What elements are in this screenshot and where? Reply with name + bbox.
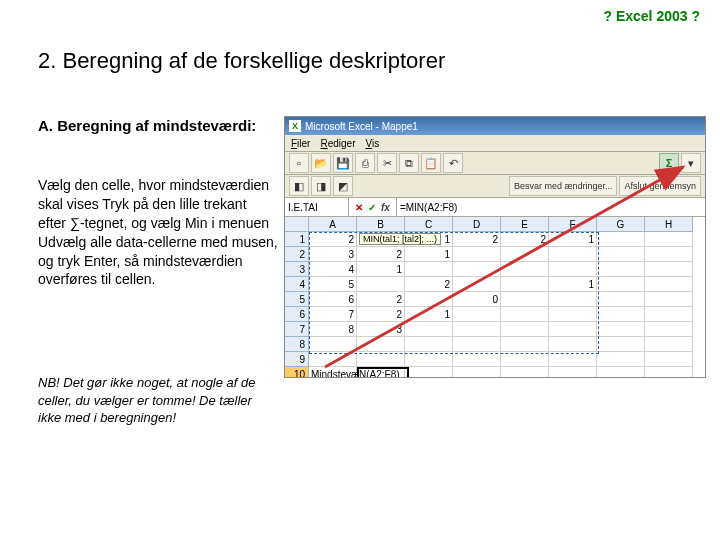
row-header[interactable]: 7 <box>285 322 309 337</box>
cell[interactable] <box>549 352 597 367</box>
cell[interactable] <box>453 352 501 367</box>
save-icon[interactable]: 💾 <box>333 153 353 173</box>
cell[interactable]: 7 <box>309 307 357 322</box>
col-header[interactable]: C <box>405 217 453 232</box>
cell[interactable] <box>597 262 645 277</box>
cell[interactable] <box>645 307 693 322</box>
cell[interactable] <box>645 262 693 277</box>
cell[interactable]: 2 <box>357 307 405 322</box>
new-icon[interactable]: ▫ <box>289 153 309 173</box>
row-header[interactable]: 5 <box>285 292 309 307</box>
cell[interactable] <box>501 262 549 277</box>
cell[interactable] <box>309 352 357 367</box>
col-header[interactable]: E <box>501 217 549 232</box>
menu-vis[interactable]: Vis <box>366 138 380 149</box>
cell[interactable] <box>405 262 453 277</box>
col-header[interactable]: F <box>549 217 597 232</box>
cell[interactable] <box>501 307 549 322</box>
cell[interactable] <box>645 247 693 262</box>
cell[interactable] <box>597 322 645 337</box>
cell[interactable] <box>453 367 501 378</box>
excel-2003-link[interactable]: ? Excel 2003 ? <box>603 8 700 24</box>
cell[interactable] <box>405 367 453 378</box>
cell[interactable]: N(A2:F8) <box>357 367 405 378</box>
paste-icon[interactable]: 📋 <box>421 153 441 173</box>
corner-cell[interactable] <box>285 217 309 232</box>
col-header[interactable]: A <box>309 217 357 232</box>
col-header[interactable]: H <box>645 217 693 232</box>
cell[interactable] <box>549 322 597 337</box>
menu-filer[interactable]: Filer <box>291 138 310 149</box>
spreadsheet-grid[interactable]: ABCDEFGH12012212321341452156206721783891… <box>285 217 705 378</box>
cell[interactable] <box>453 337 501 352</box>
cell[interactable] <box>549 367 597 378</box>
cell[interactable] <box>501 337 549 352</box>
cell[interactable]: 8 <box>309 322 357 337</box>
fx-icon[interactable]: fx <box>381 202 390 213</box>
row-header[interactable]: 2 <box>285 247 309 262</box>
autosum-button[interactable]: Σ <box>659 153 679 173</box>
cell[interactable]: 2 <box>453 232 501 247</box>
cell[interactable] <box>597 307 645 322</box>
row-header[interactable]: 4 <box>285 277 309 292</box>
reply-changes-button[interactable]: Besvar med ændringer... <box>509 176 618 196</box>
cell[interactable] <box>405 352 453 367</box>
cell[interactable] <box>453 262 501 277</box>
cell[interactable] <box>645 352 693 367</box>
col-header[interactable]: D <box>453 217 501 232</box>
cell[interactable]: 1 <box>549 232 597 247</box>
cell[interactable] <box>501 352 549 367</box>
cell[interactable] <box>645 277 693 292</box>
cell[interactable] <box>645 322 693 337</box>
cell[interactable]: Mindsteværdi <box>309 367 357 378</box>
row-header[interactable]: 9 <box>285 352 309 367</box>
row-header[interactable]: 10 <box>285 367 309 378</box>
row-header[interactable]: 6 <box>285 307 309 322</box>
cancel-formula-icon[interactable]: ✕ <box>355 202 363 213</box>
cell[interactable]: 3 <box>357 322 405 337</box>
cell[interactable] <box>597 337 645 352</box>
cell[interactable]: 1 <box>357 262 405 277</box>
print-icon[interactable]: ⎙ <box>355 153 375 173</box>
cell[interactable]: 1 <box>549 277 597 292</box>
cell[interactable]: 1 <box>405 307 453 322</box>
cell[interactable] <box>645 292 693 307</box>
cell[interactable] <box>501 322 549 337</box>
cell[interactable] <box>597 292 645 307</box>
row-header[interactable]: 8 <box>285 337 309 352</box>
cell[interactable] <box>453 307 501 322</box>
cell[interactable] <box>453 322 501 337</box>
copy-icon[interactable]: ⧉ <box>399 153 419 173</box>
undo-icon[interactable]: ↶ <box>443 153 463 173</box>
cell[interactable]: 1 <box>405 247 453 262</box>
autosum-dropdown-icon[interactable]: ▾ <box>681 153 701 173</box>
col-header[interactable]: B <box>357 217 405 232</box>
cell[interactable] <box>501 367 549 378</box>
cell[interactable] <box>357 277 405 292</box>
cell[interactable] <box>501 247 549 262</box>
cell[interactable] <box>453 277 501 292</box>
cell[interactable]: 4 <box>309 262 357 277</box>
cell[interactable] <box>597 277 645 292</box>
cell[interactable] <box>357 352 405 367</box>
cell[interactable]: 5 <box>309 277 357 292</box>
toolbar-icon[interactable]: ◨ <box>311 176 331 196</box>
cell[interactable] <box>405 322 453 337</box>
cell[interactable]: 0 <box>453 292 501 307</box>
cell[interactable] <box>597 352 645 367</box>
cell[interactable] <box>549 262 597 277</box>
row-header[interactable]: 1 <box>285 232 309 247</box>
cell[interactable] <box>549 292 597 307</box>
cell[interactable] <box>501 292 549 307</box>
cell[interactable]: 2 <box>501 232 549 247</box>
cell[interactable] <box>309 337 357 352</box>
cell[interactable] <box>645 367 693 378</box>
name-box[interactable]: I.E.TAI <box>285 198 349 216</box>
open-icon[interactable]: 📂 <box>311 153 331 173</box>
col-header[interactable]: G <box>597 217 645 232</box>
cell[interactable] <box>405 292 453 307</box>
row-header[interactable]: 3 <box>285 262 309 277</box>
cell[interactable] <box>501 277 549 292</box>
cell[interactable] <box>357 337 405 352</box>
cell[interactable] <box>597 232 645 247</box>
